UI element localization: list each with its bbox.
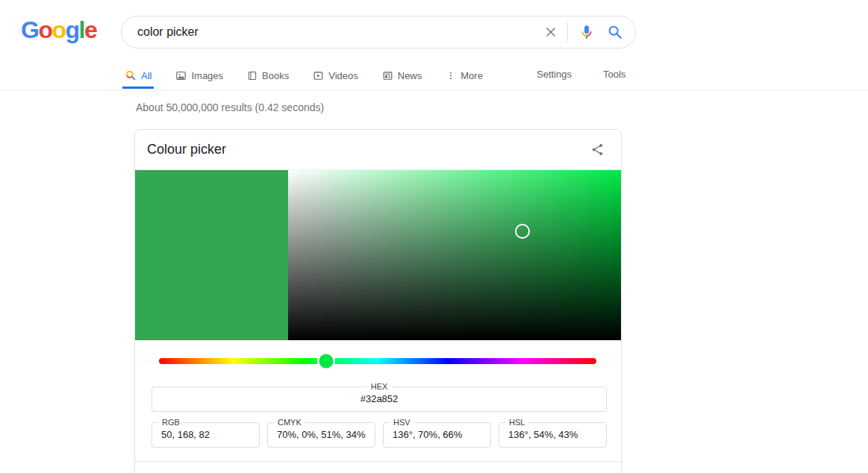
more-icon — [446, 70, 456, 81]
picker-cursor[interactable] — [515, 224, 530, 239]
tab-news-label: News — [398, 70, 422, 81]
tab-videos-label: Videos — [328, 70, 358, 81]
tab-images-label: Images — [191, 70, 223, 81]
nav-right: Settings Tools — [537, 69, 625, 80]
results-tabs: All Images Books Videos News — [122, 63, 505, 89]
tab-all[interactable]: All — [122, 63, 154, 89]
rgb-field[interactable]: RGB 50, 168, 82 — [152, 422, 260, 448]
hue-slider[interactable] — [159, 358, 596, 364]
clear-icon[interactable] — [543, 25, 558, 40]
color-fields-row: RGB 50, 168, 82 CMYK 70%, 0%, 51%, 34% H… — [152, 422, 607, 448]
google-logo[interactable]: Google — [21, 16, 96, 44]
tools-link[interactable]: Tools — [603, 69, 625, 80]
share-icon[interactable] — [590, 142, 605, 157]
mic-icon[interactable] — [578, 24, 595, 40]
logo-letter: l — [79, 16, 84, 43]
results-stats: About 50,000,000 results (0.42 seconds) — [136, 101, 324, 113]
tab-videos[interactable]: Videos — [310, 63, 360, 89]
images-icon — [175, 70, 187, 81]
all-search-icon — [125, 69, 137, 81]
logo-letter: o — [51, 16, 65, 43]
search-icon[interactable] — [607, 24, 623, 40]
books-icon — [247, 70, 257, 81]
card-divider — [135, 461, 621, 462]
hex-label: HEX — [367, 382, 392, 392]
color-picker-card: Colour picker HEX #32a852 RGB 50, 168, 8… — [134, 129, 622, 473]
logo-letter: G — [21, 16, 38, 43]
logo-letter: o — [38, 16, 51, 43]
hex-field[interactable]: HEX #32a852 — [152, 386, 607, 412]
hue-thumb[interactable] — [319, 354, 334, 369]
logo-letter: g — [65, 16, 78, 43]
tab-all-label: All — [141, 70, 152, 81]
logo-letter: e — [84, 16, 96, 43]
search-input[interactable]: color picker — [121, 16, 636, 48]
rgb-label: RGB — [159, 418, 183, 427]
cmyk-field[interactable]: CMYK 70%, 0%, 51%, 34% — [267, 422, 375, 448]
card-title: Colour picker — [147, 142, 590, 157]
saturation-gradient[interactable] — [288, 170, 621, 340]
color-swatch — [135, 170, 288, 340]
hsl-field[interactable]: HSL 136°, 54%, 43% — [499, 422, 607, 448]
tab-news[interactable]: News — [380, 63, 425, 89]
tab-books-label: Books — [262, 70, 289, 81]
tab-more-label: More — [460, 70, 483, 81]
card-header: Colour picker — [135, 130, 621, 170]
hsv-field[interactable]: HSV 136°, 70%, 66% — [383, 422, 491, 448]
hsv-label: HSV — [390, 418, 413, 427]
tab-more[interactable]: More — [443, 63, 485, 89]
search-query-text[interactable]: color picker — [137, 25, 543, 39]
tab-images[interactable]: Images — [173, 63, 225, 89]
search-bar-divider — [567, 22, 568, 42]
picker-area — [135, 170, 621, 340]
tab-books[interactable]: Books — [245, 63, 291, 89]
cmyk-label: CMYK — [275, 418, 305, 427]
news-icon — [382, 70, 393, 81]
nav-divider — [0, 90, 868, 90]
settings-link[interactable]: Settings — [537, 69, 572, 80]
videos-icon — [313, 70, 324, 81]
hsl-label: HSL — [506, 418, 528, 427]
